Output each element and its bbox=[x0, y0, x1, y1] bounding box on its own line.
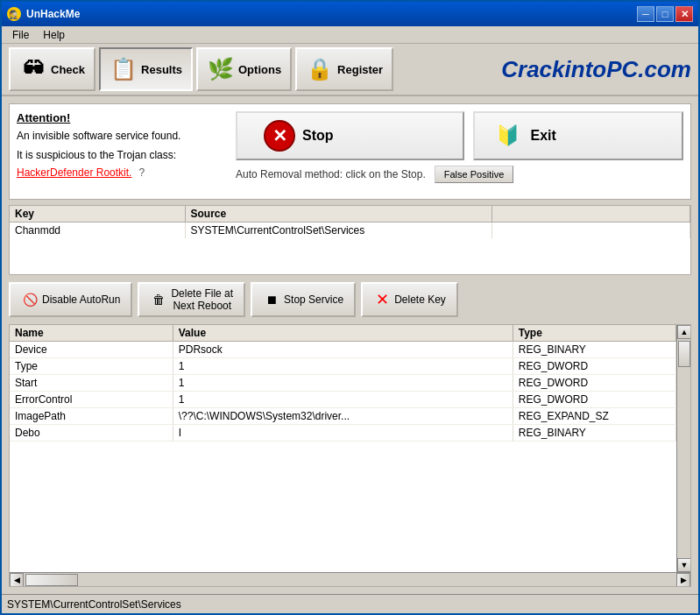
delete-key-label: Delete Key bbox=[394, 293, 446, 306]
statusbar: SYSTEM\CurrentControlSet\Services bbox=[2, 594, 698, 613]
details-table-row[interactable]: ImagePath \??\C:\WINDOWS\System32\driver… bbox=[10, 408, 676, 425]
vertical-scrollbar[interactable]: ▲ ▼ bbox=[676, 325, 690, 572]
main-content: Attention! An invisible software service… bbox=[2, 96, 698, 594]
toolbar-results-button[interactable]: 📋 Results bbox=[99, 47, 193, 91]
exit-button[interactable]: 🔰 Exit bbox=[473, 111, 684, 160]
toolbar: 🕶 Check 📋 Results 🌿 Options 🔒 Register C… bbox=[2, 44, 698, 96]
details-table-wrap[interactable]: Name Value Type Device PDRsock REG_BINAR… bbox=[10, 325, 676, 572]
row-value: I bbox=[173, 425, 513, 442]
col-header-name: Name bbox=[10, 325, 173, 342]
stop-button[interactable]: ✕ Stop bbox=[236, 111, 464, 160]
delete-file-label: Delete File atNext Reboot bbox=[171, 287, 233, 312]
scroll-right-button[interactable]: ▶ bbox=[676, 573, 690, 587]
window-title: UnHackMe bbox=[26, 8, 632, 20]
attention-title: Attention! bbox=[17, 111, 227, 124]
menu-file[interactable]: File bbox=[5, 27, 36, 43]
horizontal-scrollbar[interactable]: ◀ ▶ bbox=[10, 572, 690, 586]
help-question[interactable]: ? bbox=[138, 166, 145, 179]
row-value: \??\C:\WINDOWS\System32\driver... bbox=[173, 408, 513, 425]
col-header-source: Source bbox=[185, 206, 491, 223]
details-table-outer: Name Value Type Device PDRsock REG_BINAR… bbox=[10, 325, 690, 572]
rootkit-link[interactable]: HackerDefender Rootkit. bbox=[17, 166, 131, 179]
col-header-empty bbox=[491, 206, 690, 223]
titlebar: 🕵 UnHackMe ─ □ ✕ bbox=[2, 2, 698, 26]
row-name: Device bbox=[10, 342, 173, 358]
details-table-row[interactable]: ErrorControl 1 REG_DWORD bbox=[10, 392, 676, 408]
attention-actions: ✕ Stop 🔰 Exit Auto Removal method: click… bbox=[236, 111, 683, 192]
row-value: PDRsock bbox=[173, 342, 513, 358]
row-value: 1 bbox=[173, 392, 513, 408]
details-table-row[interactable]: Type 1 REG_DWORD bbox=[10, 358, 676, 375]
auto-removal-row: Auto Removal method: click on the Stop. … bbox=[236, 166, 683, 183]
row-type: REG_DWORD bbox=[513, 392, 675, 408]
stop-icon: ✕ bbox=[264, 120, 295, 152]
details-table: Name Value Type Device PDRsock REG_BINAR… bbox=[10, 325, 676, 442]
scrollbar-thumb[interactable] bbox=[678, 341, 690, 367]
h-scrollbar-thumb[interactable] bbox=[25, 574, 78, 586]
row-type: REG_EXPAND_SZ bbox=[513, 408, 675, 425]
row-name: Start bbox=[10, 375, 173, 392]
statusbar-text: SYSTEM\CurrentControlSet\Services bbox=[7, 598, 181, 611]
toolbar-register-button[interactable]: 🔒 Register bbox=[295, 47, 393, 91]
menu-help[interactable]: Help bbox=[36, 27, 72, 43]
stop-label: Stop bbox=[302, 128, 334, 144]
maximize-button[interactable]: □ bbox=[656, 6, 674, 22]
row-type: REG_DWORD bbox=[513, 358, 675, 375]
register-icon: 🔒 bbox=[306, 55, 334, 83]
delete-file-icon: 🗑 bbox=[150, 291, 167, 308]
action-buttons-row: 🚫 Disable AutoRun 🗑 Delete File atNext R… bbox=[9, 280, 691, 319]
exit-icon: 🔰 bbox=[492, 120, 524, 152]
row-value: 1 bbox=[173, 358, 513, 375]
false-positive-button[interactable]: False Positive bbox=[435, 166, 513, 183]
exit-label: Exit bbox=[531, 128, 556, 144]
col-header-value: Value bbox=[173, 325, 513, 342]
options-icon: 🌿 bbox=[207, 55, 235, 83]
row-type: REG_DWORD bbox=[513, 375, 675, 392]
row-key: Chanmdd bbox=[10, 223, 185, 239]
table-row[interactable]: Chanmdd SYSTEM\CurrentControlSet\Service… bbox=[10, 223, 690, 239]
delete-key-icon: ✕ bbox=[373, 291, 391, 308]
toolbar-check-button[interactable]: 🕶 Check bbox=[9, 47, 95, 91]
scroll-left-button[interactable]: ◀ bbox=[10, 573, 24, 587]
attention-info: Attention! An invisible software service… bbox=[17, 111, 227, 192]
stop-exit-buttons: ✕ Stop 🔰 Exit bbox=[236, 111, 683, 160]
stop-service-label: Stop Service bbox=[284, 293, 343, 306]
details-table-row[interactable]: Start 1 REG_DWORD bbox=[10, 375, 676, 392]
row-type: REG_BINARY bbox=[513, 342, 675, 358]
row-value: 1 bbox=[173, 375, 513, 392]
scroll-up-button[interactable]: ▲ bbox=[677, 325, 690, 339]
row-name: Type bbox=[10, 358, 173, 375]
delete-key-button[interactable]: ✕ Delete Key bbox=[361, 282, 458, 317]
row-name: ImagePath bbox=[10, 408, 173, 425]
minimize-button[interactable]: ─ bbox=[637, 6, 654, 22]
disable-autorun-label: Disable AutoRun bbox=[42, 293, 120, 306]
app-icon: 🕵 bbox=[7, 7, 21, 21]
scroll-down-button[interactable]: ▼ bbox=[677, 558, 690, 572]
col-header-type: Type bbox=[513, 325, 675, 342]
details-table-row[interactable]: Debo I REG_BINARY bbox=[10, 425, 676, 442]
row-extra bbox=[491, 223, 690, 239]
toolbar-options-button[interactable]: 🌿 Options bbox=[196, 47, 292, 91]
register-label: Register bbox=[337, 63, 383, 76]
check-label: Check bbox=[51, 63, 85, 76]
reg-table: Key Source Chanmdd SYSTEM\CurrentControl… bbox=[10, 206, 690, 238]
delete-file-button[interactable]: 🗑 Delete File atNext Reboot bbox=[138, 282, 245, 317]
attention-line1: An invisible software service found. bbox=[17, 128, 227, 144]
h-scrollbar-track[interactable] bbox=[24, 573, 676, 586]
close-button[interactable]: ✕ bbox=[675, 6, 693, 22]
row-type: REG_BINARY bbox=[513, 425, 675, 442]
branding-text: CrackintoPC.com bbox=[501, 56, 691, 83]
disable-autorun-button[interactable]: 🚫 Disable AutoRun bbox=[9, 282, 132, 317]
registry-key-table: Key Source Chanmdd SYSTEM\CurrentControl… bbox=[9, 205, 691, 275]
details-table-row[interactable]: Device PDRsock REG_BINARY bbox=[10, 342, 676, 358]
window-controls: ─ □ ✕ bbox=[637, 6, 693, 22]
main-window: 🕵 UnHackMe ─ □ ✕ File Help 🕶 Check 📋 Res… bbox=[0, 0, 700, 615]
menubar: File Help bbox=[2, 26, 698, 44]
options-label: Options bbox=[238, 63, 281, 76]
scrollbar-track[interactable] bbox=[677, 339, 690, 558]
row-name: ErrorControl bbox=[10, 392, 173, 408]
results-label: Results bbox=[141, 63, 182, 76]
details-panel: Name Value Type Device PDRsock REG_BINAR… bbox=[9, 324, 691, 587]
stop-service-button[interactable]: ⏹ Stop Service bbox=[251, 282, 356, 317]
col-header-key: Key bbox=[10, 206, 185, 223]
